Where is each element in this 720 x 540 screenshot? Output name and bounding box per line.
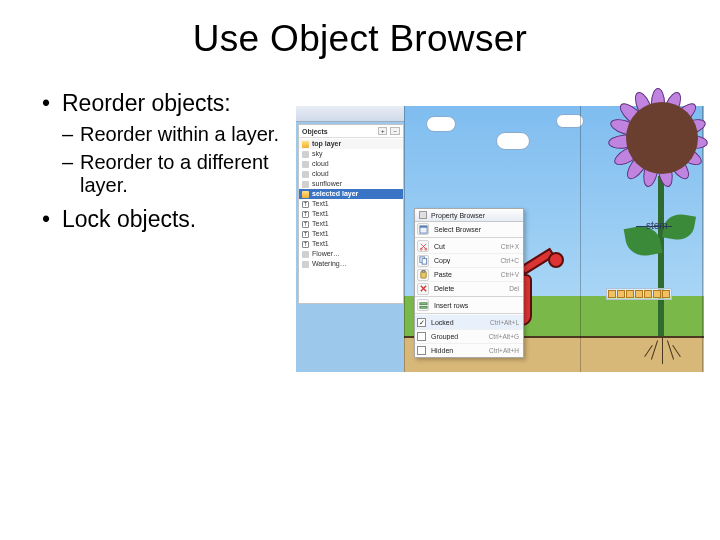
- list-item[interactable]: TText1: [299, 199, 403, 209]
- pin-icon[interactable]: [419, 211, 427, 219]
- menu-item-paste[interactable]: Paste Ctrl+V: [415, 267, 523, 281]
- delete-icon: [417, 283, 429, 295]
- list-item[interactable]: TText1: [299, 229, 403, 239]
- cloud-icon: [426, 116, 456, 132]
- layer-header-top[interactable]: top layer: [299, 139, 403, 149]
- selection-mini-toolbar[interactable]: [606, 288, 672, 300]
- cloud-icon: [496, 132, 530, 150]
- paste-icon: [417, 269, 429, 281]
- object-icon: [302, 261, 309, 268]
- bullet-list: Reorder objects: Reorder within a layer.…: [42, 90, 294, 239]
- svg-rect-9: [419, 306, 426, 308]
- objects-tab[interactable]: Objects: [302, 128, 328, 135]
- sunflower-center: [626, 102, 698, 174]
- subbullet-reorder-within: Reorder within a layer.: [42, 123, 294, 147]
- object-list[interactable]: top layer sky cloud cloud sunflower sele…: [299, 138, 403, 270]
- text-object-icon: T: [302, 241, 309, 248]
- object-browser-header: Objects + −: [299, 125, 403, 138]
- list-item[interactable]: cloud: [299, 159, 403, 169]
- slide: Use Object Browser Reorder objects: Reor…: [0, 0, 720, 540]
- layer-icon: [302, 141, 309, 148]
- bullet-lock: Lock objects.: [42, 206, 294, 233]
- object-icon: [302, 171, 309, 178]
- text-object-icon: T: [302, 221, 309, 228]
- object-browser-panel[interactable]: Objects + − top layer sky cloud cloud su…: [298, 124, 404, 304]
- svg-rect-1: [419, 225, 426, 227]
- context-menu-title: Property Browser: [431, 212, 485, 219]
- menu-item-copy[interactable]: Copy Ctrl+C: [415, 253, 523, 267]
- menu-separator: [415, 237, 523, 238]
- zoom-controls[interactable]: + −: [378, 127, 400, 135]
- context-menu-header: Property Browser: [415, 209, 523, 222]
- menu-item-locked[interactable]: ✓ Locked Ctrl+Alt+L: [415, 315, 523, 329]
- svg-rect-7: [422, 270, 425, 272]
- insert-rows-icon: [417, 299, 429, 311]
- list-item[interactable]: TText1: [299, 209, 403, 219]
- guide-line: [580, 106, 581, 372]
- cut-icon: [417, 240, 429, 252]
- menu-item-cut[interactable]: Cut Ctrl+X: [415, 239, 523, 253]
- menu-item-insert-rows[interactable]: Insert rows: [415, 298, 523, 312]
- text-object-icon: T: [302, 231, 309, 238]
- checkbox-checked-icon: ✓: [417, 318, 426, 327]
- subbullet-reorder-different: Reorder to a different layer.: [42, 151, 294, 198]
- text-object-icon: T: [302, 201, 309, 208]
- bullet-reorder: Reorder objects:: [42, 90, 294, 117]
- object-icon: [302, 181, 309, 188]
- menu-item-select-browser[interactable]: Select Browser: [415, 222, 523, 236]
- sunflower-roots: [644, 336, 680, 366]
- list-item[interactable]: sunflower: [299, 179, 403, 189]
- menu-item-grouped[interactable]: Grouped Ctrl+Alt+G: [415, 329, 523, 343]
- list-item[interactable]: TText1: [299, 239, 403, 249]
- menu-separator: [415, 296, 523, 297]
- object-icon: [302, 151, 309, 158]
- layer-header-selected[interactable]: selected layer: [299, 189, 403, 199]
- list-item[interactable]: TText1: [299, 219, 403, 229]
- sunflower-stem: [658, 176, 664, 336]
- slide-title: Use Object Browser: [42, 18, 678, 60]
- stem-label: stem: [646, 220, 668, 231]
- object-icon: [302, 161, 309, 168]
- checkbox-icon: [417, 346, 426, 355]
- context-menu[interactable]: Property Browser Select Browser Cut Ctrl…: [414, 208, 524, 358]
- list-item[interactable]: cloud: [299, 169, 403, 179]
- zoom-in-icon[interactable]: +: [378, 127, 388, 135]
- menu-item-delete[interactable]: Delete Del: [415, 281, 523, 295]
- checkbox-icon: [417, 332, 426, 341]
- list-item[interactable]: sky: [299, 149, 403, 159]
- text-object-icon: T: [302, 211, 309, 218]
- svg-rect-5: [422, 259, 427, 264]
- browser-icon: [417, 223, 429, 235]
- svg-rect-8: [419, 302, 426, 304]
- guide-line: [404, 106, 405, 372]
- object-icon: [302, 251, 309, 258]
- copy-icon: [417, 255, 429, 267]
- list-item[interactable]: Flower…: [299, 249, 403, 259]
- layer-icon: [302, 191, 309, 198]
- screenshot: stem Objects + −: [296, 106, 704, 372]
- menu-item-hidden[interactable]: Hidden Ctrl+Alt+H: [415, 343, 523, 357]
- zoom-out-icon[interactable]: −: [390, 127, 400, 135]
- list-item[interactable]: Watering…: [299, 259, 403, 269]
- menu-separator: [415, 313, 523, 314]
